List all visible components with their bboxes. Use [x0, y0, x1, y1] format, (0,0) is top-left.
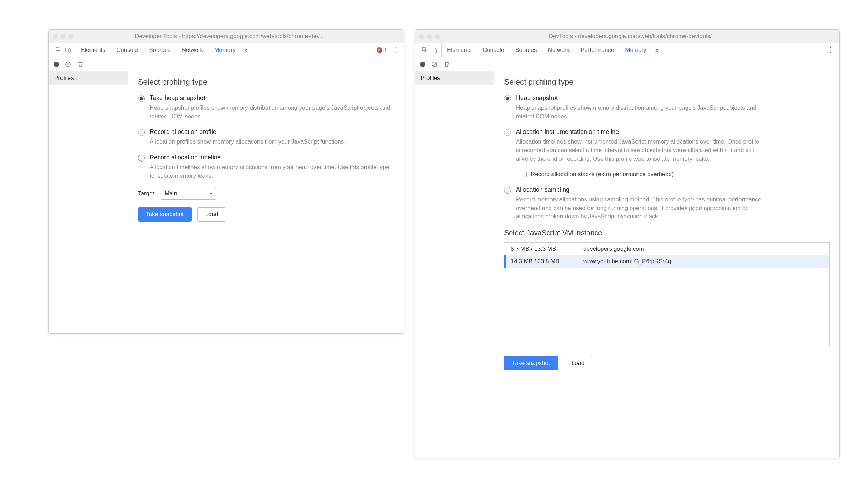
- option-alloc-timeline[interactable]: Allocation instrumentation on timeline A…: [504, 128, 830, 163]
- chevron-down-icon: ▾: [210, 192, 212, 196]
- target-row: Target: Main ▾: [138, 188, 394, 200]
- profiles-sidebar: Profiles: [49, 71, 128, 333]
- svg-rect-5: [435, 49, 437, 52]
- tab-network[interactable]: Network: [542, 43, 575, 57]
- memory-toolbar: [415, 57, 839, 71]
- trash-icon[interactable]: [443, 61, 450, 68]
- svg-line-3: [66, 63, 70, 66]
- window-title: Developer Tools - https://developers.goo…: [80, 33, 400, 40]
- traffic-max-icon[interactable]: [69, 34, 74, 39]
- radio-heap-snapshot[interactable]: [504, 95, 511, 102]
- tabs-overflow-icon[interactable]: »: [241, 47, 251, 54]
- target-select[interactable]: Main ▾: [161, 188, 216, 200]
- record-alloc-stacks-checkbox[interactable]: [521, 172, 527, 177]
- option-desc: Heap snapshot profiles show memory distr…: [150, 104, 394, 121]
- lead-tool-icons: [418, 43, 442, 57]
- device-icon[interactable]: [65, 47, 72, 54]
- devtools-window-left: Developer Tools - https://developers.goo…: [48, 29, 404, 334]
- inspect-icon[interactable]: [55, 47, 62, 54]
- traffic-max-icon[interactable]: [435, 34, 440, 39]
- radio-record-alloc-profile[interactable]: [138, 129, 145, 136]
- traffic-close-icon[interactable]: [419, 34, 424, 39]
- vm-heading: Select JavaScript VM instance: [504, 229, 830, 237]
- option-desc: Allocation profiles show memory allocati…: [150, 138, 346, 146]
- window-title: DevTools - developers.google.com/web/too…: [446, 33, 835, 40]
- vm-list: 8.7 MB / 13.3 MB developers.google.com 1…: [504, 242, 830, 346]
- vm-mem: 14.3 MB / 23.8 MB: [511, 258, 583, 265]
- tab-elements[interactable]: Elements: [75, 43, 111, 57]
- menu-kebab-icon[interactable]: ⋮: [392, 46, 398, 54]
- vm-row[interactable]: 8.7 MB / 13.3 MB developers.google.com: [504, 243, 829, 255]
- radio-heap-snapshot[interactable]: [138, 95, 145, 102]
- error-badge[interactable]: ✕ 1: [377, 47, 387, 53]
- target-label: Target:: [138, 190, 156, 197]
- window-titlebar: Developer Tools - https://developers.goo…: [49, 30, 404, 43]
- option-desc: Record memory allocations using sampling…: [516, 195, 765, 221]
- clear-icon[interactable]: [431, 61, 438, 68]
- vm-section: Select JavaScript VM instance 8.7 MB / 1…: [504, 229, 830, 346]
- svg-line-7: [433, 63, 436, 66]
- record-icon[interactable]: [420, 62, 425, 67]
- traffic-lights: [53, 34, 74, 39]
- error-count: 1: [384, 47, 387, 53]
- devtools-window-right: DevTools - developers.google.com/web/too…: [415, 29, 840, 458]
- tab-performance[interactable]: Performance: [575, 43, 620, 57]
- radio-alloc-timeline[interactable]: [504, 129, 511, 136]
- option-alloc-sampling[interactable]: Allocation sampling Record memory alloca…: [504, 186, 830, 221]
- traffic-min-icon[interactable]: [427, 34, 432, 39]
- vm-host: www.youtube.com: G_P6rpRSr4g: [583, 258, 671, 265]
- tab-elements[interactable]: Elements: [442, 43, 477, 57]
- tab-memory[interactable]: Memory: [209, 43, 241, 57]
- tab-console[interactable]: Console: [111, 43, 143, 57]
- trash-icon[interactable]: [77, 61, 84, 68]
- load-button[interactable]: Load: [564, 356, 593, 370]
- clear-icon[interactable]: [65, 61, 72, 68]
- target-value: Main: [164, 190, 177, 197]
- option-heap-snapshot[interactable]: Take heap snapshot Heap snapshot profile…: [138, 94, 394, 121]
- inspect-icon[interactable]: [421, 47, 428, 54]
- traffic-lights: [419, 34, 440, 39]
- tab-network[interactable]: Network: [176, 43, 209, 57]
- record-alloc-stacks-label: Record allocation stacks (extra performa…: [531, 171, 674, 178]
- option-title: Take heap snapshot: [150, 94, 394, 102]
- lead-tool-icons: [51, 43, 75, 57]
- tab-sources[interactable]: Sources: [510, 43, 542, 57]
- main-panel: Select profiling type Take heap snapshot…: [128, 71, 404, 333]
- menu-kebab-icon[interactable]: ⋮: [827, 46, 834, 54]
- option-heap-snapshot[interactable]: Heap snapshot Heap snapshot profiles sho…: [504, 94, 830, 121]
- error-icon: ✕: [377, 47, 382, 53]
- vm-row[interactable]: 14.3 MB / 23.8 MB www.youtube.com: G_P6r…: [504, 255, 829, 268]
- vm-mem: 8.7 MB / 13.3 MB: [511, 246, 583, 252]
- option-title: Heap snapshot: [516, 94, 765, 102]
- tabs-overflow-icon[interactable]: »: [652, 47, 662, 54]
- tab-memory[interactable]: Memory: [620, 43, 652, 57]
- main-panel: Select profiling type Heap snapshot Heap…: [494, 71, 839, 458]
- profiles-sidebar: Profiles: [415, 71, 494, 458]
- option-title: Allocation sampling: [516, 186, 765, 193]
- top-tabbar: Elements Console Sources Network Memory …: [49, 43, 404, 57]
- record-icon[interactable]: [54, 62, 59, 67]
- sidebar-item-profiles[interactable]: Profiles: [49, 71, 128, 85]
- option-desc: Allocation timelines show memory allocat…: [150, 163, 394, 180]
- load-button[interactable]: Load: [197, 207, 226, 222]
- tab-sources[interactable]: Sources: [143, 43, 176, 57]
- option-title: Record allocation profile: [150, 128, 346, 136]
- device-icon[interactable]: [431, 47, 438, 54]
- option-desc: Allocation timelines show instrumented J…: [516, 138, 765, 163]
- option-record-alloc-profile[interactable]: Record allocation profile Allocation pro…: [138, 128, 394, 146]
- take-snapshot-button[interactable]: Take snapshot: [138, 207, 192, 222]
- tab-console[interactable]: Console: [477, 43, 510, 57]
- option-record-alloc-timeline[interactable]: Record allocation timeline Allocation ti…: [138, 154, 394, 180]
- top-tabbar: Elements Console Sources Network Perform…: [415, 43, 839, 57]
- sidebar-item-profiles[interactable]: Profiles: [415, 71, 494, 85]
- take-snapshot-button[interactable]: Take snapshot: [504, 356, 558, 370]
- record-alloc-stacks-row[interactable]: Record allocation stacks (extra performa…: [521, 171, 830, 178]
- window-titlebar: DevTools - developers.google.com/web/too…: [415, 30, 839, 43]
- traffic-close-icon[interactable]: [53, 34, 58, 39]
- option-desc: Heap snapshot profiles show memory distr…: [516, 104, 765, 121]
- vm-host: developers.google.com: [583, 246, 644, 252]
- panel-heading: Select profiling type: [138, 77, 394, 87]
- radio-record-alloc-timeline[interactable]: [138, 155, 145, 162]
- radio-alloc-sampling[interactable]: [504, 187, 511, 194]
- traffic-min-icon[interactable]: [61, 34, 66, 39]
